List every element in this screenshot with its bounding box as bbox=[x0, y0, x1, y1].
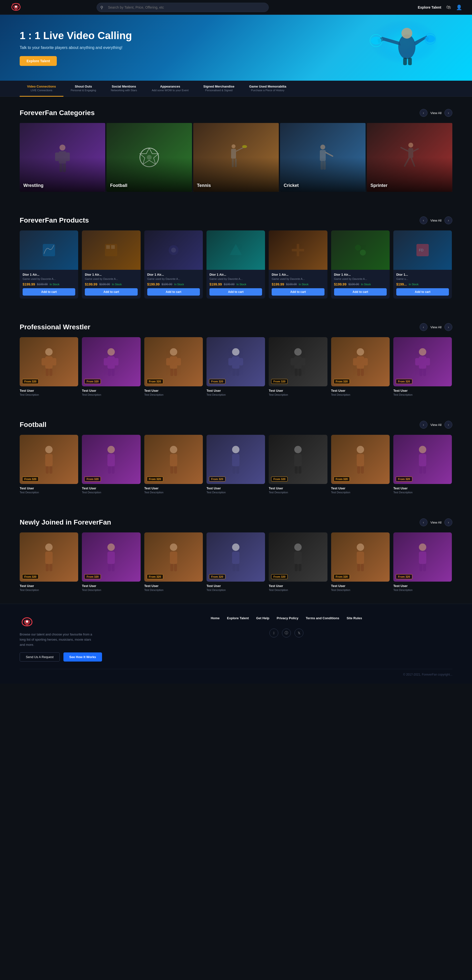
send-request-button[interactable]: Send Us A Request bbox=[20, 652, 60, 662]
tab-signed-merchandise[interactable]: Signed Merchandise Personalised & Signed bbox=[196, 81, 242, 97]
newly-joined-card-n1[interactable]: From 320 Test User Test Description bbox=[20, 533, 78, 592]
footer-link-terms[interactable]: Terms and Conditions bbox=[306, 616, 339, 620]
category-football[interactable]: Football bbox=[106, 123, 192, 192]
football-name-f6: Test User bbox=[331, 487, 389, 490]
footer-link-home[interactable]: Home bbox=[211, 616, 219, 620]
football-card-f7[interactable]: From 320 Test User Test Description bbox=[393, 435, 452, 494]
facebook-icon[interactable]:  bbox=[269, 628, 278, 638]
category-tennis[interactable]: Tennis bbox=[193, 123, 279, 192]
football-name-f3: Test User bbox=[144, 487, 203, 490]
talent-card-t5[interactable]: From 320 Test User Test Description bbox=[269, 337, 327, 396]
products-view-all[interactable]: View All bbox=[431, 219, 442, 222]
newly-joined-card-n7[interactable]: From 320 Test User Test Description bbox=[393, 533, 452, 592]
twitter-icon[interactable]: 𝕏 bbox=[294, 628, 304, 638]
cart-icon[interactable]: 🛍 bbox=[446, 5, 451, 10]
search-input[interactable] bbox=[97, 3, 269, 12]
add-to-cart-button-p1[interactable]: Add to cart bbox=[22, 288, 75, 296]
see-how-it-works-button[interactable]: See How It Works bbox=[64, 652, 102, 662]
football-card-f6[interactable]: From 320 Test User Test Description bbox=[331, 435, 389, 494]
add-to-cart-button-p5[interactable]: Add to cart bbox=[272, 288, 324, 296]
tab-video-connections[interactable]: Video Connections LIVE Connections bbox=[20, 81, 64, 97]
product-info-p4: Dior 1 Air... Game used by Davonte A... … bbox=[207, 270, 265, 299]
products-prev-arrow[interactable]: ‹ bbox=[420, 216, 428, 224]
newly-joined-card-n6[interactable]: From 320 Test User Test Description bbox=[331, 533, 389, 592]
product-card-p1[interactable]: Dior 1 Air... Game used by Davonte A... … bbox=[20, 231, 78, 299]
newly-joined-controls: ‹ View All › bbox=[420, 519, 452, 526]
instagram-icon[interactable]: ⓘ bbox=[282, 628, 291, 638]
talent-image-t2: From 320 bbox=[82, 337, 140, 387]
product-card-p5[interactable]: Dior 1 Air... Game used by Davonte A... … bbox=[269, 231, 327, 299]
svg-rect-146 bbox=[423, 564, 426, 571]
add-to-cart-button-p4[interactable]: Add to cart bbox=[210, 288, 262, 296]
product-card-p3[interactable]: Dior 1 Air... Game used by Davonte A... … bbox=[144, 231, 203, 299]
talent-card-t4[interactable]: From 320 Test User Test Description bbox=[207, 337, 265, 396]
products-next-arrow[interactable]: › bbox=[445, 216, 452, 224]
hero-cta-button[interactable]: Explore Talent bbox=[20, 56, 57, 66]
user-icon[interactable]: 👤 bbox=[456, 5, 462, 10]
category-sprinter-label: Sprinter bbox=[370, 183, 388, 188]
talent-card-t2[interactable]: From 320 Test User Test Description bbox=[82, 337, 140, 396]
category-sprinter[interactable]: Sprinter bbox=[367, 123, 452, 192]
wrestler-prev-arrow[interactable]: ‹ bbox=[420, 323, 428, 331]
categories-title: ForeverFan Categories bbox=[20, 109, 95, 117]
newly-joined-image-n7: From 320 bbox=[393, 533, 452, 582]
footer-link-get-help[interactable]: Get Help bbox=[256, 616, 269, 620]
logo[interactable] bbox=[10, 2, 22, 13]
football-card-f3[interactable]: From 320 Test User Test Description bbox=[144, 435, 203, 494]
tab-shout-outs[interactable]: Shout Outs Personal & Engaging bbox=[64, 81, 103, 97]
explore-talent-link[interactable]: Explore Talent bbox=[418, 5, 441, 10]
svg-rect-112 bbox=[357, 454, 364, 466]
newly-joined-next-arrow[interactable]: › bbox=[445, 519, 452, 526]
add-to-cart-button-p2[interactable]: Add to cart bbox=[85, 288, 137, 296]
newly-joined-card-n3[interactable]: From 320 Test User Test Description bbox=[144, 533, 203, 592]
category-wrestling[interactable]: Wrestling bbox=[20, 123, 105, 192]
svg-rect-141 bbox=[357, 564, 360, 571]
product-card-p2[interactable]: Dior 1 Air... Game used by Davonte A... … bbox=[82, 231, 140, 299]
footer-link-explore-talent[interactable]: Explore Talent bbox=[227, 616, 249, 620]
talent-card-t1[interactable]: From 320 Test User Test Description bbox=[20, 337, 78, 396]
newly-joined-card-n2[interactable]: From 320 Test User Test Description bbox=[82, 533, 140, 592]
categories-view-all[interactable]: View All bbox=[431, 111, 442, 115]
talent-price-t4: From 320 bbox=[209, 379, 226, 384]
product-name-p7: Dior 1... bbox=[396, 273, 449, 277]
add-to-cart-button-p3[interactable]: Add to cart bbox=[147, 288, 200, 296]
svg-point-41 bbox=[171, 248, 176, 253]
add-to-cart-button-p7[interactable]: Add to cart bbox=[396, 288, 449, 296]
product-card-p7[interactable]: FD Dior 1... Game u... $199... In Stock … bbox=[393, 231, 452, 299]
football-prev-arrow[interactable]: ‹ bbox=[420, 421, 428, 429]
add-to-cart-button-p6[interactable]: Add to cart bbox=[334, 288, 387, 296]
newly-joined-prev-arrow[interactable]: ‹ bbox=[420, 519, 428, 526]
category-wrestling-label: Wrestling bbox=[23, 183, 43, 188]
categories-next-arrow[interactable]: › bbox=[445, 109, 452, 117]
product-old-price-p6: $100.00 bbox=[348, 283, 359, 286]
talent-card-t6[interactable]: From 320 Test User Test Description bbox=[331, 337, 389, 396]
newly-joined-desc-n2: Test Description bbox=[82, 589, 140, 592]
product-image-p7: FD bbox=[393, 231, 452, 270]
svg-rect-129 bbox=[170, 564, 173, 571]
football-card-f2[interactable]: From 320 Test User Test Description bbox=[82, 435, 140, 494]
footer-link-site-rules[interactable]: Site Rules bbox=[346, 616, 362, 620]
tab-appearances[interactable]: Appearances Add some WOW to your Event bbox=[144, 81, 196, 97]
newly-joined-view-all[interactable]: View All bbox=[431, 520, 442, 524]
product-card-p6[interactable]: Dior 1 Air... Game used by Davonte A... … bbox=[331, 231, 389, 299]
categories-prev-arrow[interactable]: ‹ bbox=[420, 109, 428, 117]
football-view-all[interactable]: View All bbox=[431, 423, 442, 427]
newly-joined-card-n5[interactable]: From 320 Test User Test Description bbox=[269, 533, 327, 592]
newly-joined-price-n1: From 320 bbox=[22, 574, 38, 579]
category-cricket[interactable]: Cricket bbox=[280, 123, 366, 192]
tab-game-used-memorabilia[interactable]: Game Used Memorabilia Purchase a Piece o… bbox=[242, 81, 294, 97]
product-info-p6: Dior 1 Air... Game used by Davonte A... … bbox=[331, 270, 389, 299]
tab-social-mentions[interactable]: Social Mentions Networking with Stars bbox=[103, 81, 144, 97]
talent-card-t3[interactable]: From 320 Test User Test Description bbox=[144, 337, 203, 396]
product-old-price-p3: $100.00 bbox=[162, 283, 172, 286]
wrestler-next-arrow[interactable]: › bbox=[445, 323, 452, 331]
football-next-arrow[interactable]: › bbox=[445, 421, 452, 429]
newly-joined-card-n4[interactable]: From 320 Test User Test Description bbox=[207, 533, 265, 592]
footer-link-privacy-policy[interactable]: Privacy Policy bbox=[277, 616, 298, 620]
product-card-p4[interactable]: Dior 1 Air... Game used by Davonte A... … bbox=[207, 231, 265, 299]
football-card-f4[interactable]: From 320 Test User Test Description bbox=[207, 435, 265, 494]
wrestler-view-all[interactable]: View All bbox=[431, 325, 442, 329]
football-card-f5[interactable]: From 320 Test User Test Description bbox=[269, 435, 327, 494]
talent-card-t7[interactable]: From 320 Test User Test Description bbox=[393, 337, 452, 396]
football-card-f1[interactable]: From 320 Test User Test Description bbox=[20, 435, 78, 494]
